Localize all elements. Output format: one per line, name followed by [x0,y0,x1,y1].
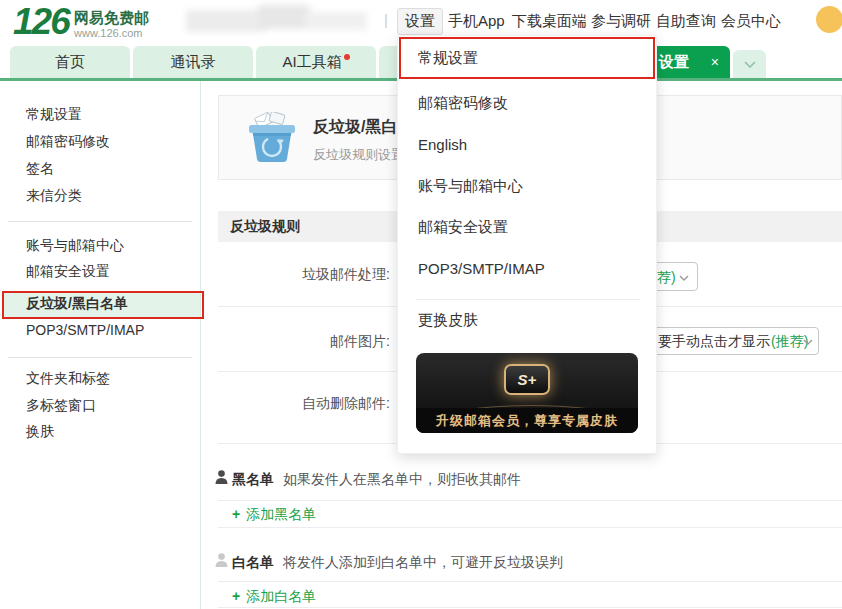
sidebar-item-password-change[interactable]: 邮箱密码修改 [26,133,186,153]
label-auto-delete: 自动删除邮件: [218,395,390,413]
nav-survey[interactable]: 参与调研 [591,12,651,31]
sidebar-item-folders-tags[interactable]: 文件夹和标签 [26,370,186,390]
spam-settings-icon [243,112,301,167]
label-spam-handling: 垃圾邮件处理: [218,266,390,284]
menu-item-account-center[interactable]: 账号与邮箱中心 [418,177,638,201]
menu-item-change-skin[interactable]: 更换皮肤 [418,311,638,335]
sidebar-item-change-skin[interactable]: 换肤 [26,423,186,443]
nav-divider: | [384,11,388,28]
chevron-down-icon [679,275,689,281]
sidebar-item-mail-security[interactable]: 邮箱安全设置 [26,263,186,283]
nav-mobile-app[interactable]: 手机App [448,12,505,31]
sidebar-separator-1 [8,221,192,222]
add-blacklist-button[interactable]: +添加黑名单 [232,506,316,524]
member-skin-banner[interactable]: S+ 升级邮箱会员，尊享专属皮肤 [416,353,638,433]
whitelist-person-icon [215,553,228,570]
add-whitelist-button[interactable]: +添加白名单 [232,588,316,606]
tab-settings-label: 设置 [659,53,689,72]
whitelist-desc: 将发件人添加到白名单中，可避开反垃圾误判 [283,554,563,572]
menu-item-general-settings[interactable]: 常规设置 [418,49,638,73]
sidebar-item-mail-classification[interactable]: 来信分类 [26,187,186,207]
banner-caption: 升级邮箱会员，尊享专属皮肤 [416,408,638,433]
brand-name: 网易免费邮 [74,9,149,28]
nav-self-service[interactable]: 自助查询 [656,12,716,31]
menu-item-password-change[interactable]: 邮箱密码修改 [418,94,638,118]
sidebar-separator-2 [8,357,192,358]
blacklist-person-icon [215,470,228,487]
tab-contacts-label: 通讯录 [171,53,216,72]
chevron-down-icon [744,61,756,68]
redacted-email-address [180,2,375,42]
sidebar-item-signature[interactable]: 签名 [26,160,186,180]
s-plus-badge-icon: S+ [504,364,550,395]
add-blacklist-label: 添加黑名单 [246,506,316,522]
sidebar-item-multitab-window[interactable]: 多标签窗口 [26,397,186,417]
menu-separator [416,299,640,300]
tab-home-label: 首页 [55,53,85,72]
spam-handling-value: 荐) [657,269,676,287]
menu-item-english[interactable]: English [418,136,638,160]
label-mail-images: 邮件图片: [218,333,390,351]
page-subtitle: 反垃圾规则设置 [313,146,404,164]
whitelist-title: 白名单 [232,554,274,572]
add-whitelist-label: 添加白名单 [246,588,316,604]
whitelist-separator-bottom [218,607,842,608]
logo-126: 126 [13,1,69,42]
plus-icon: + [232,506,240,522]
blacklist-title: 黑名单 [232,471,274,489]
s-plus-label: S+ [518,371,537,388]
blacklist-separator-top [218,500,842,501]
brand-url: www.126.com [74,27,142,39]
chevron-down-icon [803,339,813,345]
blacklist-desc: 如果发件人在黑名单中，则拒收其邮件 [283,471,521,489]
settings-dropdown-menu: 常规设置 邮箱密码修改 English 账号与邮箱中心 邮箱安全设置 POP3/… [397,35,657,454]
sidebar-item-pop3-smtp-imap[interactable]: POP3/SMTP/IMAP [26,322,186,342]
sidebar-item-general-settings[interactable]: 常规设置 [26,106,186,126]
user-avatar[interactable] [816,6,842,33]
notification-dot-icon [344,54,350,60]
nav-settings[interactable]: 设置 [397,8,443,35]
section-title: 反垃圾规则 [230,218,300,236]
tab-ai-toolbox[interactable]: AI工具箱 [256,46,376,78]
tab-contacts[interactable]: 通讯录 [133,46,253,78]
tab-ai-toolbox-label: AI工具箱 [282,53,341,72]
mail-images-value: 要手动点击才显示 [658,333,770,351]
nav-desktop-download[interactable]: 下载桌面端 [512,12,587,31]
tab-more-button[interactable] [733,50,766,78]
sidebar-divider [200,81,201,609]
plus-icon: + [232,588,240,604]
whitelist-separator-top [218,581,842,582]
tab-close-icon[interactable]: × [711,54,719,70]
tab-home[interactable]: 首页 [10,46,130,78]
menu-item-pop3-smtp-imap[interactable]: POP3/SMTP/IMAP [418,260,638,284]
menu-item-mail-security[interactable]: 邮箱安全设置 [418,218,638,242]
brand-logo[interactable]: 126 [13,1,69,43]
sidebar-item-account-center[interactable]: 账号与邮箱中心 [26,237,186,257]
sidebar-item-antispam-selected[interactable]: 反垃圾/黑白名单 [26,295,186,315]
nav-member-center[interactable]: 会员中心 [721,12,781,31]
blacklist-separator-bottom [218,527,842,528]
